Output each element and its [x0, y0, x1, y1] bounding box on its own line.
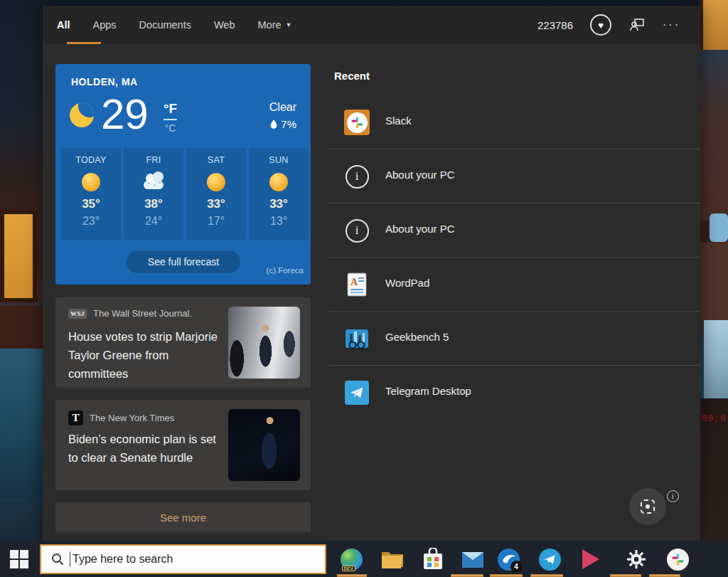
weather-condition: Clear	[269, 101, 296, 114]
tab-documents[interactable]: Documents	[139, 6, 191, 44]
recent-item-about-pc-2[interactable]: i About your PC	[328, 203, 700, 258]
forecast-low: 13°	[249, 215, 309, 228]
unit-celsius[interactable]: °C	[164, 122, 177, 134]
search-input[interactable]	[73, 553, 286, 566]
wallpaper-pipes-right	[700, 50, 728, 221]
sun-icon	[207, 173, 225, 191]
unread-count-badge: 4	[510, 561, 523, 573]
feedback-button[interactable]	[628, 16, 646, 33]
recent-item-about-pc-1[interactable]: i About your PC	[328, 149, 700, 203]
microsoft-store-icon	[422, 548, 444, 571]
screenshot-icon	[641, 499, 655, 514]
taskbar-mail-button[interactable]	[461, 547, 485, 571]
info-icon: i	[672, 492, 674, 500]
forecast-day: TODAY	[61, 155, 121, 165]
forecast-low: 23°	[61, 215, 121, 228]
recent-item-label: About your PC	[385, 223, 455, 235]
taskbar-slack-button[interactable]	[665, 547, 690, 571]
edge-dev-icon: DEV	[341, 549, 363, 571]
news-card-nyt[interactable]: T The New York Times Biden’s economic pl…	[55, 400, 311, 490]
recent-item-wordpad[interactable]: A WordPad	[328, 258, 700, 312]
weather-card[interactable]: HOLDEN, MA 29 °F °C Clear 7% TODAY	[55, 64, 311, 285]
slack-icon	[344, 110, 370, 135]
news-source-row: T The New York Times	[68, 411, 174, 425]
forecast-tile-sat: SAT 33° 17°	[186, 148, 246, 240]
weather-condition-block: Clear 7%	[269, 101, 296, 130]
news-headline: House votes to strip Marjorie Taylor Gre…	[68, 327, 223, 383]
capture-info-button[interactable]: i	[667, 490, 679, 502]
news-source: The New York Times	[90, 413, 174, 423]
droplet-icon	[270, 120, 277, 129]
tab-web-label: Web	[214, 19, 235, 31]
thunderbird-icon: 4	[498, 549, 520, 571]
taskbar-edge-dev-button[interactable]: DEV	[339, 547, 363, 571]
info-icon: i	[346, 165, 369, 189]
see-more-button[interactable]: See more	[55, 502, 311, 532]
snow-cloud-icon	[142, 175, 165, 189]
taskbar-search-box[interactable]	[40, 544, 326, 574]
weather-temperature: 29	[101, 90, 149, 139]
running-indicator-mail	[451, 574, 483, 577]
forecast-tile-fri: FRI 38° 24°	[124, 148, 183, 240]
recent-item-telegram[interactable]: Telegram Desktop	[328, 366, 700, 420]
forecast-day: FRI	[124, 155, 183, 165]
recent-item-geekbench[interactable]: Geekbench 5	[328, 312, 700, 366]
tab-documents-label: Documents	[139, 19, 191, 31]
recent-item-label: Slack	[385, 115, 412, 127]
wallpaper-sky-patch-right	[710, 213, 728, 242]
running-indicator-slack	[649, 574, 680, 577]
news-card-wsj[interactable]: WSJ The Wall Street Journal. House votes…	[55, 297, 311, 388]
heart-icon: ♥	[598, 20, 604, 31]
wallpaper-machine-left	[0, 349, 43, 498]
windows-logo-icon	[10, 550, 18, 559]
see-full-forecast-button[interactable]: See full forecast	[127, 250, 240, 273]
weather-unit-toggle[interactable]: °F °C	[164, 101, 177, 134]
taskbar-thunderbird-button[interactable]: 4	[496, 547, 520, 571]
edge-dev-badge: DEV	[342, 566, 356, 571]
wallpaper-beam-left	[0, 306, 43, 349]
forecast-day: SAT	[186, 155, 246, 165]
news-thumbnail	[228, 409, 300, 481]
recent-heading: Recent	[334, 70, 370, 82]
forecast-day: SUN	[249, 155, 309, 165]
tab-all[interactable]: All	[57, 6, 70, 44]
feedback-person-icon	[628, 16, 646, 33]
recent-item-slack[interactable]: Slack	[328, 95, 700, 149]
taskbar-store-button[interactable]	[421, 547, 445, 571]
forecast-high: 35°	[61, 197, 121, 211]
taskbar-media-player-button[interactable]	[579, 547, 603, 571]
forecast-high: 33°	[186, 197, 246, 211]
weather-precip: 7%	[269, 118, 296, 130]
start-button[interactable]	[10, 550, 28, 568]
forecast-high: 38°	[124, 197, 183, 211]
taskbar-settings-button[interactable]	[624, 547, 648, 571]
screen-capture-button[interactable]	[629, 488, 666, 525]
news-source-row: WSJ The Wall Street Journal.	[68, 308, 192, 319]
taskbar: DEV	[0, 541, 728, 577]
wallpaper-window-right	[704, 320, 728, 398]
forecast-high: 33°	[249, 197, 309, 211]
rewards-heart-button[interactable]: ♥	[590, 14, 611, 36]
text-caret	[70, 551, 70, 567]
geekbench-icon	[345, 327, 369, 351]
news-source: The Wall Street Journal.	[93, 308, 192, 319]
forecast-row: TODAY 35° 23° FRI 38°	[61, 148, 309, 240]
tab-apps[interactable]: Apps	[93, 6, 117, 44]
tab-web[interactable]: Web	[214, 6, 235, 44]
moon-icon	[70, 103, 94, 127]
more-options-button[interactable]: ···	[663, 18, 680, 31]
running-indicator-settings	[610, 574, 641, 577]
tab-all-label: All	[57, 19, 70, 31]
file-explorer-icon	[381, 549, 404, 569]
tab-more[interactable]: More ▼	[258, 6, 292, 44]
search-icon	[51, 553, 64, 566]
svg-text:A: A	[350, 277, 358, 287]
taskbar-file-explorer-button[interactable]	[380, 547, 405, 571]
news-thumbnail	[228, 307, 300, 379]
running-indicator-thunderbird	[490, 574, 523, 577]
unit-fahrenheit[interactable]: °F	[164, 101, 177, 120]
taskbar-telegram-button[interactable]	[537, 547, 562, 571]
recent-item-label: About your PC	[385, 169, 455, 181]
forecast-low: 24°	[124, 215, 183, 228]
tab-apps-label: Apps	[93, 19, 117, 31]
